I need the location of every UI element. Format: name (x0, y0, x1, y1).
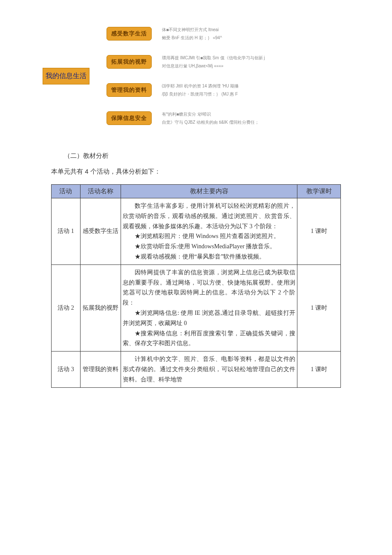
branch-row: 拓展我的视野 環用再提 IMCJMt 引■我取 Sm 值《信电化学习与创新 j … (107, 54, 265, 70)
branch-label-1: 感受数字生活 (107, 27, 152, 41)
branch-row: 管理我的资料 ⑶学耶 JttII 机中的资 14 遇例理 'HU 期播 /ββ … (107, 82, 265, 98)
cell-content: 计算机中的文字、照片、音乐、电影等资料，都是以文件的形式存储的。通过文件夹分类组… (121, 352, 297, 387)
branch-label-3: 管理我的资料 (107, 83, 152, 97)
table-row: 活动 3 管理我的资料 计算机中的文字、照片、音乐、电影等资料，都是以文件的形式… (52, 352, 341, 387)
cell-name: 感受数字生活 (80, 198, 121, 265)
concept-diagram: 我的信息生活 感受数字生活 体■不同文神明打开方式 Itneai 鲍受 BnF … (43, 26, 341, 126)
intro-line: 本单元共有 4 个活动，具体分析如下： (51, 168, 341, 176)
table-header-row: 活动 活动名称 教材主要内容 教学课时 (52, 185, 341, 198)
diagram-branches: 感受数字生活 体■不同文神明打开方式 Itneai 鲍受 BnF 生活的 H 彩… (107, 26, 265, 126)
cell-activity: 活动 2 (52, 264, 81, 351)
cell-activity: 活动 3 (52, 352, 81, 387)
cell-hours: 1 课时 (297, 352, 341, 387)
cell-content: 因特网提供了丰富的信息资源，浏览网上信息已成为获取信息的重要手段。通过网络，可以… (121, 264, 297, 351)
cell-hours: 1 课时 (297, 198, 341, 265)
th-hours: 教学课时 (297, 185, 341, 198)
th-activity: 活动 (52, 185, 81, 198)
cell-hours: 1 课时 (297, 264, 341, 351)
section-heading: （二）教材分析 (64, 152, 341, 160)
th-content: 教材主要内容 (121, 185, 297, 198)
branch-row: 保障信息安全 有*的利■糖且安分 :砂嘚识 自觉》守与 QJBZ 动相关的由 t… (107, 110, 265, 126)
branch-row: 感受数字生活 体■不同文神明打开方式 Itneai 鲍受 BnF 生活的 H 彩… (107, 26, 265, 42)
branch-label-2: 拓展我的视野 (107, 55, 152, 69)
th-name: 活动名称 (80, 185, 121, 198)
cell-content: 数字生活丰富多彩，使用计算机可以轻松浏览精彩的照片，欣赏动听的音乐，观看动感的视… (121, 198, 297, 265)
branch-desc-1: 体■不同文神明打开方式 Itneai 鲍受 BnF 生活的 H 彩；｝ «94^ (162, 26, 222, 42)
cell-name: 拓展我的视野 (80, 264, 121, 351)
branch-desc-4: 有*的利■糖且安分 :砂嘚识 自觉》守与 QJBZ 动相关的由 ti&IK 儒同… (162, 110, 259, 126)
branch-label-4: 保障信息安全 (107, 111, 152, 125)
cell-name: 管理我的资料 (80, 352, 121, 387)
table-row: 活动 1 感受数字生活 数字生活丰富多彩，使用计算机可以轻松浏览精彩的照片，欣赏… (52, 198, 341, 265)
table-row: 活动 2 拓展我的视野 因特网提供了丰富的信息资源，浏览网上信息已成为获取信息的… (52, 264, 341, 351)
branch-desc-3: ⑶学耶 JttII 机中的资 14 遇例理 'HU 期播 /ββ 良好的计・凯便… (162, 82, 239, 98)
analysis-table: 活动 活动名称 教材主要内容 教学课时 活动 1 感受数字生活 数字生活丰富多彩… (51, 184, 341, 388)
diagram-root: 我的信息生活 (43, 68, 89, 84)
cell-activity: 活动 1 (52, 198, 81, 265)
branch-desc-2: 環用再提 IMCJMt 引■我取 Sm 值《信电化学习与创新 j 对信息送行量 … (162, 54, 265, 70)
